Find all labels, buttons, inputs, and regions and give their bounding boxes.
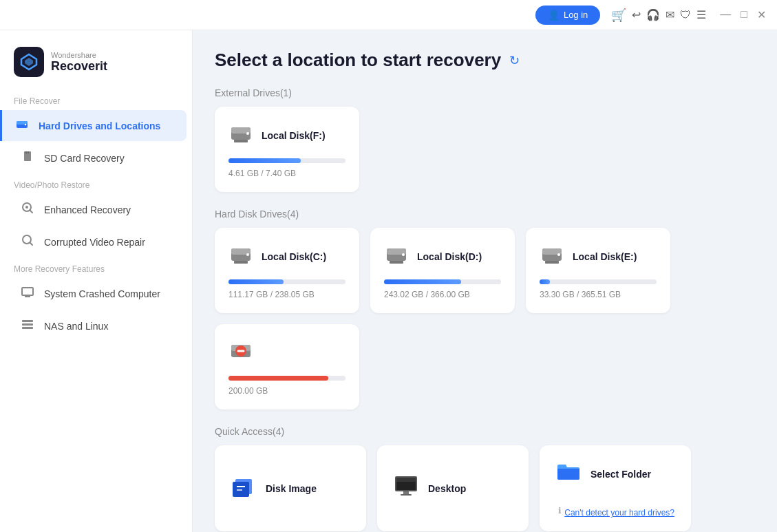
menu-icon[interactable]: ☰	[694, 6, 709, 24]
quick-card-select-folder[interactable]: Select Folder ℹ Can't detect your hard d…	[540, 445, 691, 531]
drive-card-e[interactable]: Local Disk(E:) 33.30 GB / 365.51 GB	[526, 228, 670, 313]
nas-icon	[19, 317, 36, 334]
sidebar-item-nas[interactable]: NAS and Linux	[6, 310, 187, 341]
svg-point-4	[25, 124, 26, 125]
external-drives-section-title: External Drives(1)	[215, 87, 755, 98]
svg-point-25	[246, 253, 249, 256]
quick-card-desktop[interactable]: Desktop	[377, 445, 529, 531]
svg-point-33	[557, 253, 560, 256]
drive-error-size: 200.00 GB	[228, 386, 345, 396]
drive-f-progress-fill	[228, 158, 301, 163]
video-repair-icon	[19, 233, 36, 251]
quick-access-grid: Disk Image Desktop	[215, 445, 755, 531]
cant-detect-link[interactable]: Can't detect your hard drives?	[564, 508, 674, 518]
section-more-recovery: More Recovery Features	[0, 259, 192, 277]
minimize-button[interactable]: —	[717, 7, 734, 23]
svg-rect-16	[22, 320, 33, 322]
svg-rect-13	[22, 288, 33, 295]
page-header: Select a location to start recovery ↻	[215, 50, 755, 71]
sd-card-icon	[19, 149, 36, 167]
svg-rect-47	[396, 478, 416, 482]
drive-d-icon	[384, 242, 409, 271]
logo-icon	[14, 47, 44, 77]
drive-e-progress	[540, 279, 550, 284]
main-content: Select a location to start recovery ↻ Ex…	[193, 30, 777, 532]
svg-rect-26	[234, 261, 248, 264]
drive-f-progress-bg	[228, 158, 345, 163]
sidebar: Wondershare Recoverit File Recover Hard …	[0, 30, 193, 532]
quick-access-section-title: Quick Access(4)	[215, 426, 755, 437]
svg-point-21	[246, 132, 249, 135]
info-icon: ℹ	[558, 506, 562, 515]
undo-icon[interactable]: ↩	[629, 6, 643, 24]
sidebar-logo: Wondershare Recoverit	[0, 41, 192, 91]
drive-f-size: 4.61 GB / 7.40 GB	[228, 169, 345, 178]
svg-rect-34	[545, 261, 559, 264]
drive-card-f[interactable]: Local Disk(F:) 4.61 GB / 7.40 GB	[215, 107, 359, 192]
cart-icon[interactable]: 🛒	[608, 5, 629, 25]
enhanced-recovery-icon	[19, 201, 36, 218]
drive-f-header: Local Disk(F:)	[228, 120, 345, 150]
svg-rect-7	[28, 151, 29, 153]
svg-rect-6	[25, 151, 27, 153]
drive-e-icon	[540, 242, 564, 271]
headphone-icon[interactable]: 🎧	[643, 6, 663, 24]
sidebar-item-hard-drives[interactable]: Hard Drives and Locations	[0, 110, 187, 141]
logo-svg	[19, 52, 39, 72]
svg-line-9	[30, 211, 33, 213]
drive-f-name: Local Disk(F:)	[262, 130, 326, 141]
drive-c-name: Local Disk(C:)	[262, 251, 326, 262]
svg-rect-22	[234, 140, 248, 142]
drive-e-size: 33.30 GB / 365.51 GB	[540, 290, 657, 299]
svg-rect-30	[390, 261, 403, 264]
drive-d-progress	[384, 279, 461, 284]
drive-card-d[interactable]: Local Disk(D:) 243.02 GB / 366.00 GB	[370, 228, 515, 313]
drive-d-size: 243.02 GB / 366.00 GB	[384, 290, 501, 299]
drive-card-c[interactable]: Local Disk(C:) 111.17 GB / 238.05 GB	[215, 228, 359, 313]
svg-line-12	[30, 243, 33, 246]
hard-drives-icon	[14, 117, 30, 134]
drive-card-error[interactable]: 200.00 GB	[215, 324, 359, 409]
drive-c-size: 111.17 GB / 238.05 GB	[228, 290, 345, 299]
mail-icon[interactable]: ✉	[663, 6, 677, 24]
svg-point-29	[402, 253, 405, 256]
quick-card-disk-image[interactable]: Disk Image	[215, 445, 366, 531]
login-button[interactable]: 👤 Log in	[535, 6, 600, 25]
system-crashed-icon	[19, 285, 36, 302]
disk-image-label: Disk Image	[266, 483, 317, 494]
maximize-button[interactable]: □	[738, 7, 750, 23]
sidebar-item-video-repair[interactable]: Corrupted Video Repair	[6, 226, 187, 257]
svg-rect-18	[22, 327, 33, 329]
select-folder-label: Select Folder	[590, 469, 651, 480]
drive-c-icon	[228, 242, 253, 271]
sidebar-item-sd-card[interactable]: SD Card Recovery	[6, 142, 187, 173]
enhanced-recovery-label: Enhanced Recovery	[44, 204, 131, 215]
refresh-button[interactable]: ↻	[509, 53, 520, 68]
svg-rect-17	[22, 323, 33, 326]
system-crashed-label: System Crashed Computer	[44, 288, 160, 299]
video-repair-label: Corrupted Video Repair	[44, 237, 145, 248]
logo-text: Wondershare Recoverit	[51, 51, 107, 74]
external-drives-grid: Local Disk(F:) 4.61 GB / 7.40 GB	[215, 107, 755, 192]
sidebar-item-system-crashed[interactable]: System Crashed Computer	[6, 278, 187, 309]
folder-icon	[556, 459, 581, 489]
app-body: Wondershare Recoverit File Recover Hard …	[0, 30, 777, 532]
sidebar-item-enhanced-recovery[interactable]: Enhanced Recovery	[6, 194, 187, 225]
desktop-icon	[394, 474, 418, 503]
nas-label: NAS and Linux	[44, 321, 108, 332]
hard-drives-label: Hard Drives and Locations	[39, 120, 160, 131]
hard-drives-grid: Local Disk(C:) 111.17 GB / 238.05 GB Loc…	[215, 228, 755, 409]
drive-d-name: Local Disk(D:)	[417, 251, 482, 262]
desktop-label: Desktop	[428, 483, 466, 494]
drive-e-name: Local Disk(E:)	[573, 251, 637, 262]
close-button[interactable]: ✕	[754, 7, 769, 23]
brand-label: Wondershare	[51, 51, 107, 59]
drive-c-progress	[228, 279, 284, 284]
window-controls: — □ ✕	[717, 7, 769, 23]
shield-icon[interactable]: 🛡	[677, 6, 694, 24]
sd-card-label: SD Card Recovery	[44, 153, 125, 164]
section-video-photo: Video/Photo Restore	[0, 175, 192, 193]
svg-rect-45	[403, 491, 409, 494]
product-label: Recoverit	[51, 59, 107, 74]
drive-f-icon	[228, 120, 253, 150]
